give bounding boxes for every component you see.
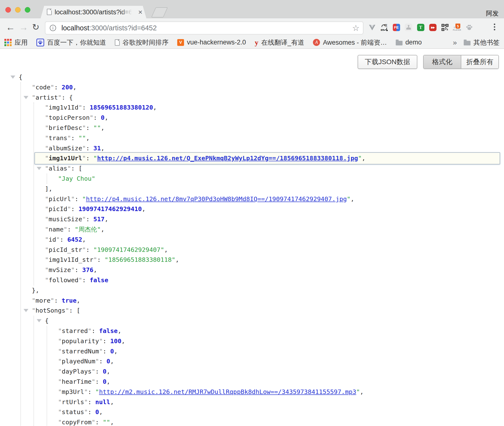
- quote: ": [90, 114, 93, 121]
- extension-fe-icon[interactable]: FE: [392, 23, 400, 32]
- colon: :: [60, 236, 67, 243]
- reload-button[interactable]: ↻: [32, 21, 39, 33]
- bookmark-label: 应用: [15, 38, 28, 47]
- extension-qr-code-icon[interactable]: [441, 23, 449, 32]
- json-null-value: null: [95, 398, 110, 406]
- forward-button[interactable]: →: [19, 21, 28, 33]
- bookmark-item[interactable]: 应用: [4, 38, 28, 47]
- comma: ,: [73, 84, 76, 91]
- comma: ,: [142, 205, 145, 213]
- json-key: hearTime: [62, 378, 92, 385]
- comma: ,: [101, 124, 104, 131]
- quote: ": [45, 276, 49, 284]
- vue-icon: V: [177, 39, 184, 46]
- json-row: "status": 0,: [58, 407, 500, 417]
- quote: ": [67, 134, 71, 142]
- comma: ,: [101, 145, 104, 152]
- browser-toolbar: ← → ↻ i localhost:3000/artists?id=6452 ☆…: [0, 18, 504, 36]
- json-key: briefDesc: [49, 124, 82, 131]
- json-num-value: 376: [82, 266, 93, 273]
- colon: :: [88, 388, 95, 395]
- bracket: ],: [45, 185, 52, 192]
- collapse-arrow-icon[interactable]: [24, 96, 28, 99]
- comma: ,: [107, 378, 110, 385]
- comma: ,: [86, 134, 90, 142]
- extension-vue-devtools-icon[interactable]: [368, 23, 376, 32]
- json-num-value: 18569651883380120: [90, 104, 153, 111]
- quote: ": [82, 195, 86, 203]
- json-row: "id": 6452,: [45, 235, 500, 245]
- json-url-link[interactable]: http://p4.music.126.net/Q_ExePNkmqB2yWyL…: [97, 154, 358, 162]
- json-bool-value: false: [99, 327, 118, 334]
- browser-tab[interactable]: localhost:3000/artists?id=645 ×: [41, 6, 146, 18]
- url-text[interactable]: localhost:3000/artists?id=6452: [61, 22, 157, 34]
- bookmark-item[interactable]: 百度一下，你就知道: [36, 38, 106, 47]
- json-viewer: {"code": 200,"artist": {"img1v1Id": 1856…: [19, 72, 500, 426]
- format-button[interactable]: 格式化: [424, 55, 461, 68]
- bookmark-star-icon[interactable]: ☆: [352, 23, 360, 33]
- collapse-arrow-icon[interactable]: [24, 309, 28, 312]
- json-url-link[interactable]: http://m2.music.126.net/RMJR7wDullRqppBk…: [99, 388, 356, 395]
- json-url-link[interactable]: http://p4.music.126.net/8mv7qP30Pd3oHW8b…: [86, 195, 347, 203]
- address-bar[interactable]: i localhost:3000/artists?id=6452 ☆: [45, 21, 363, 34]
- json-key: trans: [49, 134, 67, 142]
- profile-name[interactable]: 阿发: [486, 9, 499, 18]
- json-row: "Jay Chou": [58, 174, 500, 184]
- window-controls: [5, 7, 30, 13]
- bookmark-item[interactable]: demo: [396, 39, 422, 46]
- json-row: "img1v1Url": "http://p4.music.126.net/Q_…: [34, 152, 500, 164]
- chrome-menu-icon[interactable]: [494, 24, 495, 30]
- quote: ": [99, 348, 103, 355]
- window-close-button[interactable]: [5, 7, 11, 13]
- window-zoom-button[interactable]: [25, 7, 30, 13]
- extension-paw-icon[interactable]: [465, 23, 473, 32]
- extension-translate-icon[interactable]: 英en: [380, 23, 388, 32]
- json-num-value: 0: [107, 358, 110, 365]
- json-row: "dayPlays": 0,: [58, 366, 500, 377]
- bookmark-item[interactable]: Vvue-hackernews-2.0: [177, 39, 246, 46]
- bookmark-item[interactable]: AAwesomes - 前端资…: [313, 38, 387, 47]
- quote: ": [84, 388, 88, 395]
- json-row: "alias": [: [45, 163, 500, 174]
- download-json-button[interactable]: 下载JSON数据: [358, 55, 417, 69]
- bracket: {: [69, 94, 73, 101]
- quote: ": [58, 337, 62, 345]
- json-key: mvSize: [49, 266, 71, 273]
- window-minimize-button[interactable]: [15, 7, 21, 13]
- json-key: albumSize: [49, 145, 82, 152]
- colon: :: [75, 266, 82, 273]
- quote: ": [78, 276, 82, 284]
- quote: ": [93, 256, 97, 263]
- collapse-arrow-icon[interactable]: [10, 76, 15, 79]
- json-key: status: [62, 408, 84, 416]
- quote: ": [32, 297, 35, 304]
- colon: :: [95, 368, 103, 375]
- svg-text:en: en: [381, 28, 384, 31]
- comma: ,: [101, 226, 104, 233]
- tab-close-icon[interactable]: ×: [137, 8, 144, 16]
- page-info-icon[interactable]: i: [50, 25, 56, 31]
- json-children: {"starred": false,"popularity": 100,"sta…: [34, 316, 500, 426]
- back-button[interactable]: ←: [6, 21, 15, 33]
- bookmarks-overflow-chevron[interactable]: »: [453, 38, 457, 47]
- extension-tampermonkey-icon[interactable]: T: [417, 23, 425, 32]
- colon: :: [71, 165, 78, 172]
- extension-video-speed-icon[interactable]: ▶▶: [429, 23, 437, 32]
- bookmark-item[interactable]: y在线翻译_有道: [255, 38, 304, 47]
- quote: ": [45, 154, 49, 162]
- extension-h5-player-icon[interactable]: s5PLAYER: [453, 23, 461, 32]
- collapse-arrow-icon[interactable]: [37, 319, 42, 322]
- bookmark-item[interactable]: 谷歌按时间排序: [115, 38, 168, 47]
- json-key: playedNum: [62, 358, 95, 365]
- colon: :: [97, 256, 105, 263]
- collapse-arrow-icon[interactable]: [37, 167, 42, 170]
- quote: ": [58, 398, 62, 406]
- bookmark-label: demo: [405, 39, 422, 46]
- new-tab-button[interactable]: [151, 7, 168, 17]
- json-key: popularity: [62, 337, 99, 345]
- extension-sitemap-icon[interactable]: [404, 23, 412, 32]
- other-bookmarks-folder[interactable]: 其他书签: [464, 38, 500, 47]
- bracket: [: [76, 307, 80, 314]
- collapse-all-button[interactable]: 折叠所有: [461, 55, 498, 68]
- json-string-value: "": [78, 134, 86, 142]
